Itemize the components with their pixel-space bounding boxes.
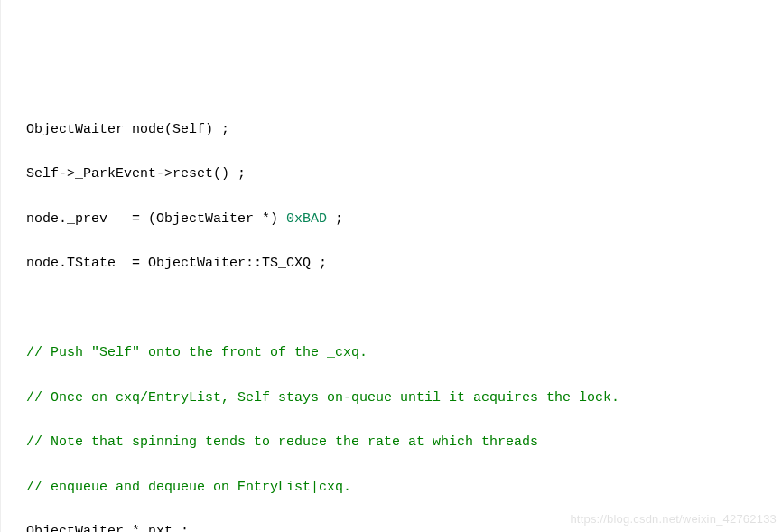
code-line: node.TState = ObjectWaiter::TS_CXQ ;	[26, 253, 782, 275]
code-text: node._prev = (ObjectWaiter *)	[26, 211, 286, 227]
code-line: ObjectWaiter node(Self) ;	[26, 119, 782, 142]
comment: // Push "Self" onto the front of the _cx…	[26, 345, 368, 360]
code-text: ;	[327, 211, 343, 227]
comment: // enqueue and dequeue on EntryList|cxq.	[26, 480, 351, 495]
code-line: // Note that spinning tends to reduce th…	[26, 432, 782, 454]
watermark: https://blog.csdn.net/weixin_42762133	[570, 509, 777, 528]
code-block: ObjectWaiter node(Self) ; Self->_ParkEve…	[6, 97, 782, 532]
code-text: node.TState = ObjectWaiter::TS_CXQ ;	[26, 256, 327, 271]
code-text: Self->_ParkEvent->reset() ;	[26, 166, 246, 182]
code-line	[26, 298, 782, 321]
code-line: Self->_ParkEvent->reset() ;	[26, 163, 782, 186]
code-line: // enqueue and dequeue on EntryList|cxq.	[26, 477, 782, 499]
comment: // Note that spinning tends to reduce th…	[26, 434, 538, 450]
code-line: node._prev = (ObjectWaiter *) 0xBAD ;	[26, 209, 782, 231]
comment: // Once on cxq/EntryList, Self stays on-…	[26, 390, 619, 406]
code-text: ObjectWaiter node(Self) ;	[26, 122, 229, 137]
code-line: // Once on cxq/EntryList, Self stays on-…	[26, 387, 782, 410]
code-line: // Push "Self" onto the front of the _cx…	[26, 342, 782, 365]
code-text: ObjectWaiter * nxt ;	[26, 524, 189, 532]
number-literal: 0xBAD	[286, 211, 327, 227]
